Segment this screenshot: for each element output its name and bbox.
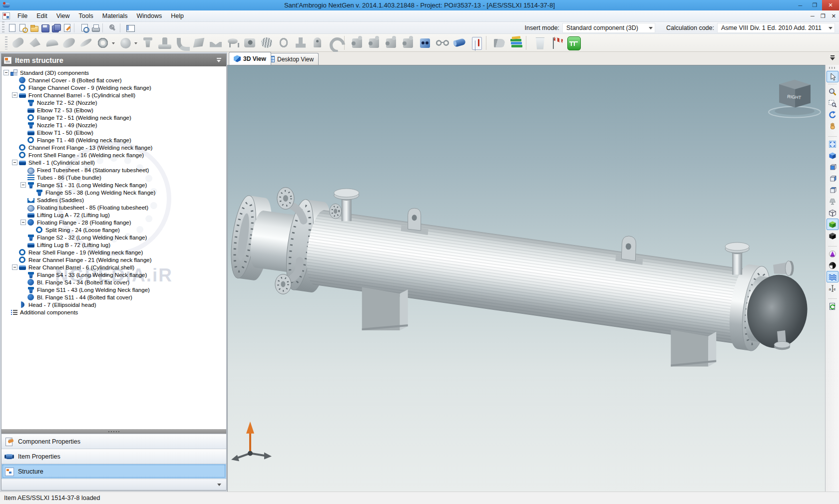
new-document-icon[interactable] xyxy=(7,23,17,32)
view-cube[interactable]: RIGHT xyxy=(769,80,821,118)
tree-item[interactable]: Fixed Tubesheet - 84 (Stationary tubeshe… xyxy=(1,166,226,174)
tree-item[interactable]: Nozzle T1 - 49 (Nozzle) xyxy=(1,121,226,129)
tree-item[interactable]: Shell - 1 (Cylindrical shell) xyxy=(1,159,226,166)
panel-splitter[interactable] xyxy=(1,429,226,434)
tree-item[interactable]: Flange S2 - 32 (Long Welding Neck flange… xyxy=(1,234,226,241)
tree-item[interactable]: Bl. Flange S4 - 34 (Bolted flat cover) xyxy=(1,278,226,286)
tube-bundle-icon[interactable] xyxy=(258,35,275,51)
select-pointer-icon[interactable] xyxy=(827,71,839,82)
save-all-icon[interactable] xyxy=(51,23,61,32)
zoom-window-icon[interactable] xyxy=(827,97,839,109)
tree-item[interactable]: Additional components xyxy=(1,308,226,316)
save-icon[interactable] xyxy=(40,23,50,32)
tree-item[interactable]: Bl. Flange S11 - 44 (Bolted flat cover) xyxy=(1,293,226,301)
insert-mode-select[interactable]: Standard component (3D) xyxy=(562,23,655,33)
tree-item[interactable]: Floating Flange - 28 (Floating flange) xyxy=(1,219,226,226)
tree-item[interactable]: Front Shell Flange - 16 (Welding neck fl… xyxy=(1,151,226,159)
menu-item[interactable]: Materials xyxy=(98,11,132,21)
tree-item[interactable]: Standard (3D) components xyxy=(1,69,226,76)
component-tool-2-icon[interactable] xyxy=(366,35,383,51)
panel-button-component-properties[interactable]: Component Properties xyxy=(1,434,226,449)
tree-item[interactable]: Flange S4 - 33 (Long Welding Neck flange… xyxy=(1,271,226,278)
tree-item[interactable]: Rear Shell Flange - 19 (Welding neck fla… xyxy=(1,249,226,256)
menu-item[interactable]: Windows xyxy=(132,11,166,21)
toolbar-separator[interactable] xyxy=(486,36,490,50)
panel-menu-icon[interactable] xyxy=(216,57,222,63)
bolted-cover-icon[interactable] xyxy=(117,35,134,51)
toolbar-separator[interactable] xyxy=(526,36,530,50)
render-solid-green-icon[interactable] xyxy=(827,219,839,230)
mdi-restore-icon[interactable]: ❐ xyxy=(821,13,826,19)
tree-expander-icon[interactable] xyxy=(20,220,26,225)
flange-dropdown-arrow-icon[interactable] xyxy=(111,36,117,50)
perspective-icon[interactable] xyxy=(827,248,839,259)
tree-item[interactable]: Floating tubesheet - 85 (Floating tubesh… xyxy=(1,204,226,211)
tree-item[interactable]: Rear Channel Flange - 21 (Welding neck f… xyxy=(1,256,226,263)
component-tool-1-icon[interactable] xyxy=(349,35,366,51)
zoom-fit-icon[interactable] xyxy=(827,138,839,150)
report-icon[interactable] xyxy=(491,35,508,51)
component-tool-4-icon[interactable] xyxy=(400,35,417,51)
component-tool-3-icon[interactable] xyxy=(383,35,400,51)
tree-item[interactable]: Split Ring - 24 (Loose flange) xyxy=(1,226,226,234)
tree-item[interactable]: Flange T2 - 51 (Welding neck flange) xyxy=(1,114,226,121)
shaded-view-icon[interactable] xyxy=(827,196,839,207)
tree-item[interactable]: Head - 7 (Ellipsoidal head) xyxy=(1,301,226,308)
tree-item[interactable]: Lifting Lug B - 72 (Lifting lug) xyxy=(1,241,226,249)
properties-icon[interactable] xyxy=(62,23,72,32)
render-sphere-icon[interactable] xyxy=(827,259,839,271)
tree-item[interactable]: Saddles (Saddles) xyxy=(1,196,226,204)
find-icon[interactable] xyxy=(18,23,28,32)
nozzle-on-shell-icon[interactable] xyxy=(156,35,173,51)
panel-button-structure[interactable]: Structure xyxy=(1,464,226,479)
render-solid-dark-icon[interactable] xyxy=(827,230,839,242)
tree-item[interactable]: Elbow T2 - 53 (Elbow) xyxy=(1,106,226,114)
cover-dropdown-arrow-icon[interactable] xyxy=(134,36,139,50)
tab-3d-view[interactable]: 3D View xyxy=(229,52,271,65)
tree-item[interactable]: Lifting Lug A - 72 (Lifting lug) xyxy=(1,211,226,219)
tree-item[interactable]: Front Channel Barrel - 5 (Cylindrical sh… xyxy=(1,91,226,99)
ellipsoidal-head-icon[interactable] xyxy=(60,35,77,51)
tree-item[interactable]: Tubes - 86 (Tube bundle) xyxy=(1,174,226,181)
wireframe-view-icon[interactable] xyxy=(827,207,839,219)
design-conditions-icon[interactable] xyxy=(468,35,485,51)
insert-nozzle-icon[interactable] xyxy=(451,35,468,51)
tree-item[interactable]: Nozzle T2 - 52 (Nozzle) xyxy=(1,99,226,106)
tools-icon[interactable] xyxy=(108,23,118,32)
nozzle-icon[interactable] xyxy=(139,35,156,51)
toolbar-overflow-icon[interactable] xyxy=(830,55,836,61)
tree-expander-icon[interactable] xyxy=(20,182,26,188)
show-fluid-icon[interactable] xyxy=(827,271,839,282)
window-layout-icon[interactable] xyxy=(125,23,135,32)
tree-item[interactable]: Elbow T1 - 50 (Elbow) xyxy=(1,129,226,136)
restore-button[interactable]: ❐ xyxy=(808,0,822,10)
hemispherical-head-icon[interactable] xyxy=(43,35,60,51)
print-icon[interactable] xyxy=(90,23,100,32)
elbow-icon[interactable] xyxy=(173,35,190,51)
refresh-view-icon[interactable] xyxy=(827,300,839,312)
front-view-icon[interactable] xyxy=(827,161,839,173)
tree-item[interactable]: Flange T1 - 48 (Welding neck flange) xyxy=(1,136,226,144)
calculation-code-select[interactable]: Asme VIII Div. 1 Ed. 2010 Add. 2011 xyxy=(717,23,835,33)
menu-item[interactable]: File xyxy=(13,11,32,21)
cylindrical-shell-icon[interactable] xyxy=(9,35,26,51)
inspect-icon[interactable] xyxy=(434,35,451,51)
saddle-icon[interactable] xyxy=(207,35,224,51)
project-icon[interactable] xyxy=(2,12,10,19)
print-preview-icon[interactable] xyxy=(79,23,89,32)
find-component-icon[interactable] xyxy=(417,35,434,51)
support-pedestal-icon[interactable] xyxy=(292,35,309,51)
stiffening-ring-icon[interactable] xyxy=(275,35,292,51)
tree-item[interactable]: Flange S11 - 43 (Long Welding Neck flang… xyxy=(1,286,226,293)
tree-expander-icon[interactable] xyxy=(12,264,17,270)
isometric-view-icon[interactable] xyxy=(827,150,839,161)
panel-button-item-properties[interactable]: Item Properties xyxy=(1,449,226,464)
dished-head-icon[interactable] xyxy=(77,35,94,51)
transition-icon[interactable] xyxy=(190,35,207,51)
minimize-button[interactable]: ─ xyxy=(793,0,808,10)
tree-item[interactable]: Channel Cover - 8 (Bolted flat cover) xyxy=(1,76,226,84)
tree-expander-icon[interactable] xyxy=(12,160,17,165)
open-folder-icon[interactable] xyxy=(29,23,39,32)
menu-item[interactable]: Edit xyxy=(32,11,52,21)
legs-support-icon[interactable] xyxy=(224,35,241,51)
